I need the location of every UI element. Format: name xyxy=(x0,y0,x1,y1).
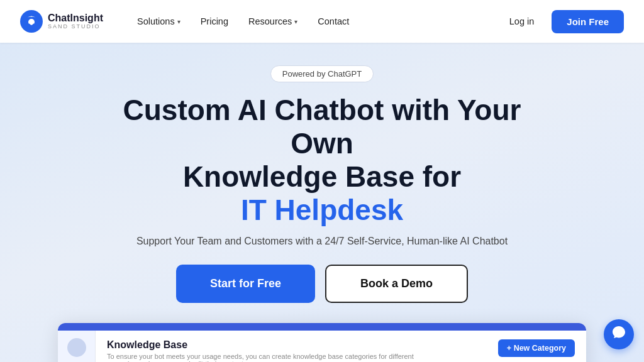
dashboard-header: Knowledge Base To ensure your bot meets … xyxy=(107,339,575,362)
powered-badge: Powered by ChatGPT xyxy=(270,65,374,82)
chevron-down-icon: ▾ xyxy=(294,18,297,25)
hero-section: Powered by ChatGPT Custom AI Chatbot wit… xyxy=(0,43,644,362)
dashboard-sidebar xyxy=(58,331,96,362)
logo-title: ChatInsight xyxy=(48,13,103,24)
dashboard-topbar xyxy=(58,323,586,331)
hero-title: Custom AI Chatbot with Your Own Knowledg… xyxy=(96,94,548,227)
hero-title-highlight: IT Helpdesk xyxy=(241,194,403,226)
hero-buttons: Start for Free Book a Demo xyxy=(176,265,468,303)
kb-title: Knowledge Base xyxy=(107,339,434,351)
new-category-button[interactable]: + New Category xyxy=(498,339,575,357)
chat-widget-button[interactable] xyxy=(604,319,634,349)
nav-pricing[interactable]: Pricing xyxy=(192,11,237,31)
dashboard-main: Knowledge Base To ensure your bot meets … xyxy=(96,331,586,362)
chevron-down-icon: ▾ xyxy=(177,18,180,25)
navbar: ChatInsight Sand Studio Solutions ▾ Pric… xyxy=(0,0,644,43)
nav-contact[interactable]: Contact xyxy=(309,11,358,31)
book-demo-button[interactable]: Book a Demo xyxy=(325,265,468,303)
start-free-button[interactable]: Start for Free xyxy=(176,265,315,303)
login-button[interactable]: Log in xyxy=(502,11,542,31)
hero-subtitle: Support Your Team and Customers with a 2… xyxy=(136,236,508,247)
join-free-button[interactable]: Join Free xyxy=(552,10,624,33)
dashboard-preview: Knowledge Base To ensure your bot meets … xyxy=(58,323,586,362)
nav-right: Log in Join Free xyxy=(502,10,624,33)
nav-resources[interactable]: Resources ▾ xyxy=(240,11,306,31)
chat-icon xyxy=(611,325,626,344)
nav-solutions[interactable]: Solutions ▾ xyxy=(128,11,189,31)
nav-links: Solutions ▾ Pricing Resources ▾ Contact xyxy=(128,11,502,31)
logo-icon xyxy=(20,10,43,33)
logo-subtitle: Sand Studio xyxy=(48,24,103,30)
sidebar-avatar xyxy=(67,338,86,357)
kb-desc: To ensure your bot meets your usage need… xyxy=(107,353,434,362)
logo[interactable]: ChatInsight Sand Studio xyxy=(20,10,103,33)
